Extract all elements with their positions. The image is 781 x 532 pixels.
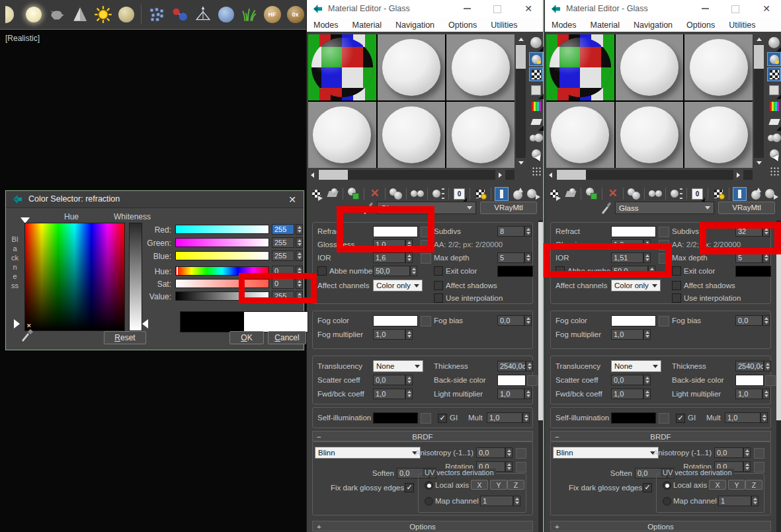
material-name-dropdown[interactable]: Glass xyxy=(377,202,476,214)
rotation-map-button[interactable] xyxy=(754,462,764,473)
brdf-rollout-header[interactable]: − BRDF xyxy=(550,431,771,441)
atmospheric-icon[interactable] xyxy=(216,5,236,25)
scrollbar-thumb[interactable] xyxy=(776,222,781,420)
anisotropy-field[interactable]: 0,0 xyxy=(476,447,505,458)
abbe-number-spinner[interactable] xyxy=(410,266,417,276)
map-channel-radio[interactable] xyxy=(425,497,433,506)
sample-type-icon[interactable] xyxy=(529,36,543,50)
max-depth-spinner[interactable] xyxy=(524,252,532,263)
hair-fur-icon[interactable]: HF xyxy=(262,5,282,25)
gi-checkbox[interactable] xyxy=(438,414,447,423)
sat-field[interactable]: 0 xyxy=(272,278,294,289)
brdf-type-dropdown[interactable]: Blinn xyxy=(315,447,421,459)
abbe-number-checkbox[interactable] xyxy=(317,266,327,276)
minimize-icon[interactable] xyxy=(702,8,709,9)
ior-map-button[interactable] xyxy=(421,253,431,264)
show-end-result-icon[interactable] xyxy=(733,187,747,201)
menu-material[interactable]: Material xyxy=(591,20,620,30)
menu-utilities[interactable]: Utilities xyxy=(491,20,517,30)
close-icon[interactable] xyxy=(522,3,534,15)
minimize-icon[interactable] xyxy=(464,8,471,9)
whiteness-marker-icon[interactable] xyxy=(142,319,148,328)
scroll-left-icon[interactable] xyxy=(308,170,318,180)
subdivs-spinner[interactable] xyxy=(524,226,532,237)
fwd-bck-coeff-spinner[interactable] xyxy=(405,389,413,399)
thickness-field[interactable]: 2540,0cm xyxy=(735,361,764,371)
back-side-color-swatch[interactable] xyxy=(497,375,526,386)
sat-slider[interactable] xyxy=(175,279,269,288)
fix-dark-glossy-edges-checkbox[interactable] xyxy=(405,483,414,492)
light-multiplier-field[interactable]: 1,0 xyxy=(497,389,524,399)
map-channel-radio[interactable] xyxy=(663,497,671,506)
refract-map-button[interactable] xyxy=(421,227,431,237)
ior-field[interactable]: 1,6 xyxy=(373,252,405,263)
rotation-map-button[interactable] xyxy=(516,462,526,473)
fog-bias-spinner[interactable] xyxy=(524,315,532,326)
assign-material-to-selection-icon[interactable] xyxy=(585,187,598,201)
make-preview-icon[interactable] xyxy=(767,115,781,129)
fog-color-swatch[interactable] xyxy=(611,315,656,326)
max-depth-field[interactable]: 5 xyxy=(497,252,524,263)
exit-color-checkbox[interactable] xyxy=(672,266,681,276)
fog-color-map-button[interactable] xyxy=(421,316,431,326)
assign-material-to-selection-icon[interactable] xyxy=(347,187,360,201)
foliage-icon[interactable] xyxy=(239,5,259,25)
scroll-right-icon[interactable] xyxy=(495,170,505,180)
particle-array-icon[interactable] xyxy=(146,5,167,25)
abbe-number-spinner[interactable] xyxy=(648,266,655,276)
go-forward-to-sibling-icon[interactable] xyxy=(764,187,778,201)
fog-multiplier-spinner[interactable] xyxy=(405,329,413,340)
ior-spinner[interactable] xyxy=(405,252,413,263)
back-side-map-button[interactable] xyxy=(765,375,776,386)
glossiness-map-button[interactable] xyxy=(659,240,669,250)
close-icon[interactable] xyxy=(286,194,298,206)
menu-navigation[interactable]: Navigation xyxy=(634,20,673,30)
blackness-marker-icon[interactable] xyxy=(14,319,20,328)
window-titlebar[interactable]: Material Editor - Glass xyxy=(307,0,543,18)
make-material-copy-icon[interactable] xyxy=(627,187,641,201)
put-material-to-scene-icon[interactable] xyxy=(563,187,577,201)
parameters-scrollbar[interactable] xyxy=(538,220,543,532)
sample-screen-color-eyedropper-icon[interactable] xyxy=(21,328,34,342)
fwd-bck-coeff-spinner[interactable] xyxy=(643,389,651,399)
mult-spinner[interactable] xyxy=(760,412,768,423)
slots-horizontal-scrollbar[interactable] xyxy=(308,170,514,180)
blue-field[interactable]: 255 xyxy=(272,250,294,261)
translucency-dropdown[interactable]: None xyxy=(373,360,423,372)
light-multiplier-spinner[interactable] xyxy=(762,389,770,399)
glossiness-spinner[interactable] xyxy=(643,239,651,250)
cancel-button[interactable]: Cancel xyxy=(268,331,306,344)
get-material-icon[interactable] xyxy=(548,187,561,201)
show-end-result-icon[interactable] xyxy=(495,187,509,201)
hue-blackness-gradient[interactable]: ✕ xyxy=(24,223,125,331)
background-icon[interactable] xyxy=(767,67,781,81)
brdf-rollout-header[interactable]: − BRDF xyxy=(312,431,533,441)
back-side-map-button[interactable] xyxy=(527,375,538,386)
material-name-dropdown[interactable]: Glass xyxy=(615,202,714,214)
fog-bias-field[interactable]: 0,0 xyxy=(735,315,762,326)
map-channel-field[interactable]: 1 xyxy=(718,496,751,506)
video-color-check-icon[interactable] xyxy=(529,99,543,113)
anisotropy-spinner[interactable] xyxy=(743,447,751,458)
background-icon[interactable] xyxy=(529,67,543,81)
affect-channels-dropdown[interactable]: Color only xyxy=(373,280,423,291)
sample-slot[interactable] xyxy=(684,34,753,100)
mult-spinner[interactable] xyxy=(522,412,530,423)
anisotropy-spinner[interactable] xyxy=(505,447,513,458)
affect-channels-dropdown[interactable]: Color only xyxy=(611,280,661,291)
self-illumination-map-button[interactable] xyxy=(659,413,669,424)
sample-slot[interactable] xyxy=(378,34,446,100)
material-type-button[interactable]: VRayMtl xyxy=(718,202,775,214)
go-to-parent-icon[interactable] xyxy=(511,187,524,201)
self-illumination-swatch[interactable] xyxy=(611,412,656,424)
backlight-icon[interactable] xyxy=(767,52,781,66)
map-channel-field[interactable]: 1 xyxy=(480,496,513,506)
affect-shadows-checkbox[interactable] xyxy=(434,281,443,290)
sun-icon[interactable] xyxy=(93,5,113,25)
sample-slot[interactable] xyxy=(546,102,614,168)
glossiness-map-button[interactable] xyxy=(421,240,431,250)
map-channel-spinner[interactable] xyxy=(751,496,759,506)
options-icon[interactable] xyxy=(767,131,781,145)
max-depth-field[interactable]: 5 xyxy=(735,252,762,263)
sat-spinner[interactable] xyxy=(296,278,303,289)
